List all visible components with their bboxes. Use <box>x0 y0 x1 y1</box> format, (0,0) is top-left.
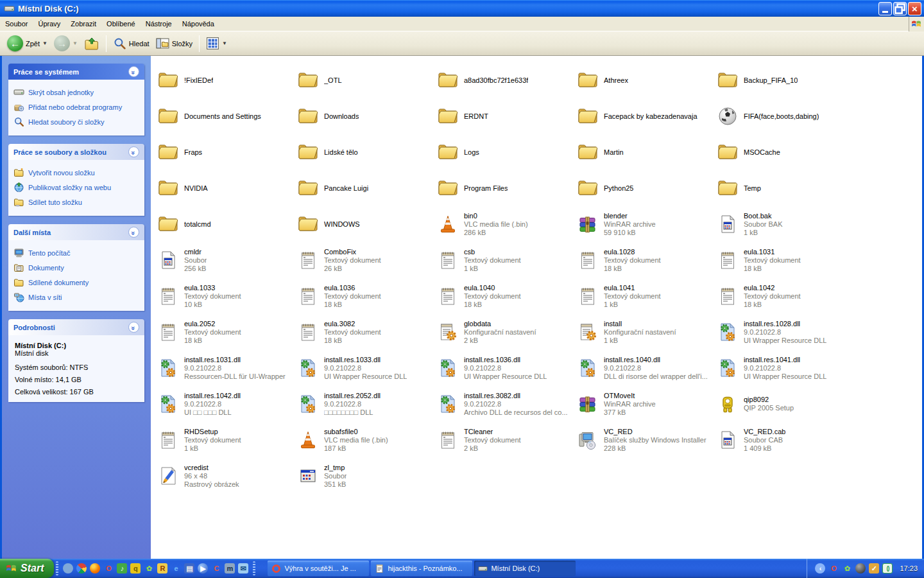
file-item[interactable]: ComboFixTextový dokument26 kB <box>297 242 433 278</box>
close-button[interactable]: × <box>908 2 921 15</box>
file-item[interactable]: eula.1040Textový dokument18 kB <box>437 278 573 314</box>
messenger-icon[interactable] <box>63 563 73 574</box>
search-button[interactable]: Hledat <box>110 35 153 51</box>
file-item[interactable]: bin0VLC media file (.bin)286 kB <box>437 206 573 242</box>
file-item[interactable]: RHDSetupTextový dokument1 kB <box>157 422 293 458</box>
menu-item-nstroje[interactable]: Nástroje <box>141 17 177 30</box>
file-item[interactable]: install.res.1040.dll9.0.21022.8DLL di ri… <box>577 350 713 386</box>
file-item[interactable]: TCleanerTextový dokument2 kB <box>437 422 573 458</box>
menu-item-pravy[interactable]: Úpravy <box>33 17 65 30</box>
file-item[interactable]: zl_tmpSoubor351 kB <box>297 458 433 494</box>
file-item[interactable]: install.res.2052.dll9.0.21022.8□□□□□□□□ … <box>297 386 433 422</box>
file-item[interactable]: Python25 <box>577 170 713 206</box>
file-item[interactable]: VC_REDBalíček služby Windows Installer22… <box>577 422 713 458</box>
file-item[interactable]: Martin <box>577 134 713 170</box>
taskbar-window-button[interactable]: hijackthis - Poznámko... <box>371 561 472 576</box>
file-item[interactable]: _OTL <box>297 62 433 98</box>
file-item[interactable]: Fraps <box>157 134 293 170</box>
mail-icon[interactable]: ✉ <box>238 563 248 574</box>
hide-icons-chevron[interactable]: ‹ <box>815 563 825 574</box>
volume-tray-icon[interactable] <box>855 563 866 574</box>
file-item[interactable]: install.res.1028.dll9.0.21022.8UI Wrappe… <box>717 314 853 350</box>
file-item[interactable]: FIFA(face,boots,dabing) <box>717 98 853 134</box>
miranda-icon[interactable]: m <box>225 563 235 574</box>
file-item[interactable]: Facepack by kabezadenavaja <box>577 98 713 134</box>
task-link[interactable]: Místa v síti <box>13 290 139 304</box>
file-item[interactable]: eula.2052Textový dokument18 kB <box>157 314 293 350</box>
file-item[interactable]: Logs <box>437 134 573 170</box>
file-item[interactable]: Downloads <box>297 98 433 134</box>
collapse-chevron-icon[interactable]: » <box>128 66 139 77</box>
file-item[interactable]: qip8092QIP 2005 Setup <box>717 386 853 422</box>
file-item[interactable]: eula.1028Textový dokument18 kB <box>577 242 713 278</box>
ie-icon[interactable]: e <box>171 563 181 574</box>
file-item[interactable]: WINDOWS <box>297 206 433 242</box>
file-item[interactable]: Boot.bakSoubor BAK1 kB <box>717 206 853 242</box>
file-item[interactable]: install.res.3082.dll9.0.21022.8Archivo D… <box>437 386 573 422</box>
security-tray-icon[interactable]: ✓ <box>869 563 879 574</box>
icq-tray-icon[interactable]: ✿ <box>842 563 852 574</box>
app-tray-icon[interactable]: () <box>882 563 893 574</box>
file-item[interactable]: subafsfile0VLC media file (.bin)187 kB <box>297 422 433 458</box>
forward-button[interactable]: → ▼ <box>51 34 81 53</box>
file-item[interactable]: install.res.1033.dll9.0.21022.8UI Wrappe… <box>297 350 433 386</box>
up-button[interactable] <box>81 35 103 53</box>
task-link[interactable]: Publikovat složky na webu <box>13 180 139 195</box>
recuva-icon[interactable]: R <box>157 563 167 574</box>
file-item[interactable]: install.res.1042.dll9.0.21022.8UI □□ □□□… <box>157 386 293 422</box>
views-button[interactable]: ▼ <box>203 35 230 51</box>
details-panel-header[interactable]: Podrobnosti » <box>8 319 144 335</box>
menu-item-oblben[interactable]: Oblíbené <box>101 17 141 30</box>
collapse-chevron-icon[interactable]: » <box>128 227 139 238</box>
menu-item-zobrazit[interactable]: Zobrazit <box>65 17 101 30</box>
task-link[interactable]: Sdílené dokumenty <box>13 275 139 290</box>
task-link[interactable]: Tento počítač <box>13 245 139 260</box>
file-item[interactable]: eula.3082Textový dokument18 kB <box>297 314 433 350</box>
task-link[interactable]: Skrýt obsah jednotky <box>13 85 139 100</box>
file-item[interactable]: a8ad30fbc72f1e633f <box>437 62 573 98</box>
chrome-icon[interactable] <box>76 563 87 574</box>
file-item[interactable]: eula.1042Textový dokument18 kB <box>717 278 853 314</box>
file-item[interactable]: Program Files <box>437 170 573 206</box>
system-tasks-header[interactable]: Práce se systémem» <box>8 64 144 80</box>
file-item[interactable]: Lidské tělo <box>297 134 433 170</box>
file-item[interactable]: eula.1031Textový dokument18 kB <box>717 242 853 278</box>
file-item[interactable]: Temp <box>717 170 853 206</box>
collapse-chevron-icon[interactable]: » <box>128 146 139 157</box>
file-item[interactable]: cmldrSoubor256 kB <box>157 242 293 278</box>
menu-item-soubor[interactable]: Soubor <box>0 17 33 30</box>
file-item[interactable]: install.res.1031.dll9.0.21022.8Ressource… <box>157 350 293 386</box>
file-item[interactable]: installKonfigurační nastavení1 kB <box>577 314 713 350</box>
file-item[interactable]: !FixIEDef <box>157 62 293 98</box>
task-link[interactable]: Dokumenty <box>13 260 139 275</box>
file-item[interactable]: MSOCache <box>717 134 853 170</box>
file-item[interactable]: ERDNT <box>437 98 573 134</box>
file-item[interactable]: eula.1033Textový dokument10 kB <box>157 278 293 314</box>
task-link[interactable]: Přidat nebo odebrat programy <box>13 100 139 114</box>
file-item[interactable]: Athreex <box>577 62 713 98</box>
minimize-button[interactable] <box>878 2 892 15</box>
file-item[interactable]: totalcmd <box>157 206 293 242</box>
qip-icon[interactable]: q <box>130 563 141 574</box>
file-item[interactable]: Pancake Luigi <box>297 170 433 206</box>
file-item[interactable]: OTMoveItWinRAR archive377 kB <box>577 386 713 422</box>
file-item[interactable]: vcredist96 x 48Rastrový obrázek <box>157 458 293 494</box>
restore-button[interactable] <box>893 2 907 15</box>
collapse-chevron-icon[interactable]: » <box>128 322 139 333</box>
file-item[interactable]: NVIDIA <box>157 170 293 206</box>
back-button[interactable]: ← Zpět ▼ <box>4 34 51 53</box>
file-item[interactable]: csbTextový dokument1 kB <box>437 242 573 278</box>
file-item[interactable]: eula.1036Textový dokument18 kB <box>297 278 433 314</box>
taskbar-window-button[interactable]: Výhra v soutěži... Je ... <box>268 561 369 576</box>
other-places-header[interactable]: Další místa» <box>8 224 144 240</box>
file-tasks-header[interactable]: Práce se soubory a složkou» <box>8 144 144 160</box>
file-item[interactable]: install.res.1041.dll9.0.21022.8UI Wrappe… <box>717 350 853 386</box>
task-link[interactable]: Vytvořit novou složku <box>13 165 139 180</box>
file-item[interactable]: blenderWinRAR archive59 910 kB <box>577 206 713 242</box>
task-link[interactable]: Sdílet tuto složku <box>13 195 139 209</box>
nero-icon[interactable]: C <box>211 563 221 574</box>
task-link[interactable]: Hledat soubory či složky <box>13 114 139 129</box>
firefox-icon[interactable] <box>90 563 100 574</box>
taskbar-window-button[interactable]: Místní Disk (C:) <box>474 561 576 576</box>
file-item[interactable]: VC_RED.cabSoubor CAB1 409 kB <box>717 422 853 458</box>
